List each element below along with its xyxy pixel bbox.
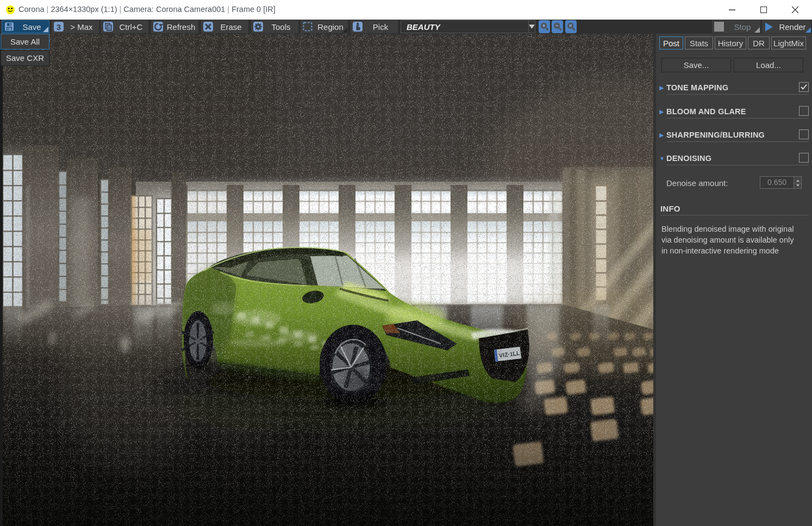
svg-text:3: 3 — [57, 22, 61, 32]
